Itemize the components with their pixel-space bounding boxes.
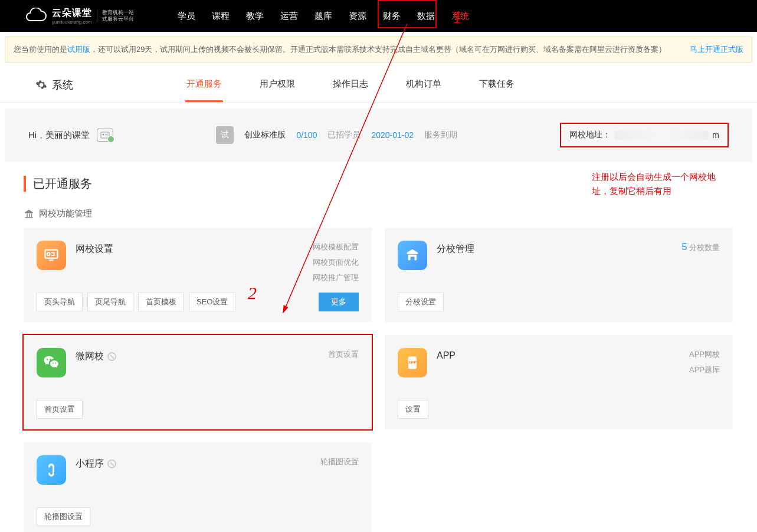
plan-name: 创业标准版 bbox=[244, 130, 286, 140]
card-meta: 5 分校数量 bbox=[681, 239, 720, 255]
card-action-button[interactable]: 页尾导航 bbox=[87, 293, 133, 311]
card-icon bbox=[37, 241, 66, 270]
more-button[interactable]: 更多 bbox=[319, 293, 359, 311]
svg-text:APP: APP bbox=[408, 360, 417, 364]
school-url-box: 网校地址： m bbox=[560, 123, 729, 147]
subbar-tab-2[interactable]: 操作日志 bbox=[332, 68, 369, 102]
card-meta-line: 网校页面优化 bbox=[313, 255, 359, 270]
lock-icon bbox=[107, 352, 116, 361]
trial-badge-icon: 试 bbox=[216, 126, 234, 144]
card-title: APP bbox=[437, 348, 455, 361]
svg-point-6 bbox=[47, 252, 50, 255]
subbar-tab-0[interactable]: 开通服务 bbox=[185, 68, 223, 102]
card-icon: APP bbox=[398, 348, 427, 377]
account-info-card: Hi，美丽的课堂 试 创业标准版 0/100 已招学员 2020-01-02 服… bbox=[5, 109, 752, 162]
svg-rect-2 bbox=[105, 134, 108, 134]
expiry-date: 2020-01-02 bbox=[371, 130, 414, 140]
school-url-tail: m bbox=[712, 130, 719, 140]
card-button-row: 分校设置 bbox=[398, 293, 720, 311]
card-button-row: 首页设置 bbox=[37, 400, 359, 419]
nav-item-8[interactable]: 系统 bbox=[443, 0, 477, 32]
card-button-row: 页头导航页尾导航首页模板SEO设置更多 bbox=[37, 293, 359, 311]
logo-subtitle: 教育机构一站式服务云平台 bbox=[97, 9, 134, 22]
card-meta: 首页设置 bbox=[328, 347, 359, 362]
card-count: 5 bbox=[681, 242, 687, 252]
nav-item-2[interactable]: 教学 bbox=[238, 0, 272, 32]
card-action-button[interactable]: 设置 bbox=[398, 400, 428, 419]
card-meta-line: APP题库 bbox=[689, 362, 720, 377]
card-action-button[interactable]: 分校设置 bbox=[398, 293, 444, 311]
card-meta: 网校模板配置网校页面优化网校推广管理 bbox=[313, 239, 359, 285]
card-meta-line: 首页设置 bbox=[328, 347, 359, 362]
service-card-3: APPAPPAPP网校APP题库设置 bbox=[385, 335, 733, 429]
svg-rect-5 bbox=[50, 260, 54, 261]
nav-item-6[interactable]: 财务 bbox=[375, 0, 409, 32]
school-url-label: 网校地址： bbox=[569, 130, 611, 140]
expiry-label: 服务到期 bbox=[424, 130, 457, 140]
upgrade-link[interactable]: 马上开通正式版 bbox=[690, 44, 743, 55]
greeting: Hi，美丽的课堂 bbox=[28, 130, 90, 141]
subbar-tab-1[interactable]: 用户权限 bbox=[258, 68, 296, 102]
logo-domain: yunduoketang.com bbox=[52, 19, 92, 25]
school-url-value-obscured bbox=[614, 130, 709, 140]
gear-icon bbox=[35, 79, 47, 91]
verified-badge-icon bbox=[97, 129, 113, 142]
card-meta: 轮播图设置 bbox=[320, 454, 359, 469]
page-title: 系统 bbox=[35, 78, 73, 92]
card-meta-line: 轮播图设置 bbox=[320, 454, 359, 469]
logo[interactable]: 云朵课堂 yunduoketang.com 教育机构一站式服务云平台 bbox=[24, 7, 134, 25]
card-action-button[interactable]: 首页模板 bbox=[138, 293, 184, 311]
enrollment-label: 已招学员 bbox=[327, 130, 361, 140]
card-title: 分校管理 bbox=[437, 241, 474, 255]
nav-item-7[interactable]: 数据 bbox=[409, 0, 443, 32]
nav-items: 学员课程教学运营题库资源财务数据系统 bbox=[169, 0, 477, 32]
service-card-0: 网校设置网校模板配置网校页面优化网校推广管理页头导航页尾导航首页模板SEO设置更… bbox=[24, 228, 372, 322]
card-button-row: 设置 bbox=[398, 400, 720, 419]
nav-item-0[interactable]: 学员 bbox=[169, 0, 204, 32]
services-section: 已开通服务 网校功能管理 网校设置网校模板配置网校页面优化网校推广管理页头导航页… bbox=[0, 162, 757, 532]
nav-item-4[interactable]: 题库 bbox=[306, 0, 340, 32]
notice-text: 您当前使用的是试用版，还可以试用29天，试用期间上传的视频不会被长期保留。开通正… bbox=[14, 44, 666, 55]
card-action-button[interactable]: SEO设置 bbox=[189, 293, 235, 311]
card-meta: APP网校APP题库 bbox=[689, 347, 720, 377]
card-meta-line: APP网校 bbox=[689, 347, 720, 362]
logo-text: 云朵课堂 bbox=[52, 7, 92, 19]
card-button-row: 轮播图设置 bbox=[37, 507, 359, 526]
card-action-button[interactable]: 页头导航 bbox=[37, 293, 83, 311]
building-icon bbox=[24, 209, 34, 219]
svg-rect-3 bbox=[105, 136, 108, 136]
card-action-button[interactable]: 首页设置 bbox=[37, 400, 83, 419]
sub-nav: 系统 开通服务用户权限操作日志机构订单下载任务 bbox=[0, 67, 757, 103]
nav-item-5[interactable]: 资源 bbox=[340, 0, 375, 32]
annotation-red-note: 注册以后会自动生成一个网校地址，复制它稍后有用 bbox=[592, 170, 727, 198]
section-subtitle: 网校功能管理 bbox=[24, 208, 733, 219]
card-icon bbox=[37, 348, 66, 377]
card-meta-line: 网校推广管理 bbox=[313, 270, 359, 285]
card-count-label: 分校数量 bbox=[689, 243, 720, 252]
svg-point-1 bbox=[103, 134, 104, 136]
lock-icon bbox=[107, 459, 116, 468]
card-icon bbox=[37, 455, 66, 485]
enrollment-count: 0/100 bbox=[296, 130, 317, 140]
card-action-button[interactable]: 轮播图设置 bbox=[37, 507, 90, 526]
svg-rect-0 bbox=[101, 132, 109, 138]
subbar-tab-3[interactable]: 机构订单 bbox=[405, 68, 443, 102]
card-meta-line: 网校模板配置 bbox=[313, 239, 359, 255]
card-title: 小程序 bbox=[76, 455, 116, 470]
cloud-icon bbox=[24, 8, 47, 24]
card-title: 微网校 bbox=[76, 348, 116, 363]
service-card-4: 小程序轮播图设置轮播图设置 bbox=[24, 442, 372, 532]
nav-item-3[interactable]: 运营 bbox=[272, 0, 306, 32]
service-card-1: 分校管理5 分校数量分校设置 bbox=[385, 228, 733, 322]
trial-notice-bar: 您当前使用的是试用版，还可以试用29天，试用期间上传的视频不会被长期保留。开通正… bbox=[5, 37, 752, 63]
top-nav: 云朵课堂 yunduoketang.com 教育机构一站式服务云平台 学员课程教… bbox=[0, 0, 757, 32]
nav-item-1[interactable]: 课程 bbox=[204, 0, 238, 32]
service-card-2: 微网校首页设置首页设置 bbox=[24, 335, 372, 429]
card-icon bbox=[398, 241, 427, 270]
card-title: 网校设置 bbox=[76, 241, 113, 255]
subbar-tab-4[interactable]: 下载任务 bbox=[478, 68, 516, 102]
